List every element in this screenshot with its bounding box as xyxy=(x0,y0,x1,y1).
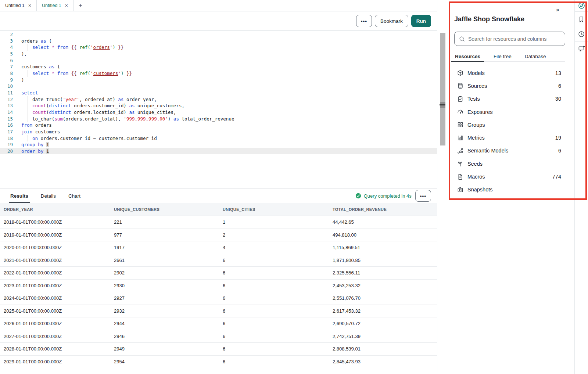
close-tab-icon[interactable]: × xyxy=(65,3,68,8)
ref-link[interactable]: orders xyxy=(93,44,110,50)
table-row[interactable]: 2019-01-01T00:00:00.000Z9772494,818.00 xyxy=(0,229,437,242)
code-text: select * from {{ ref('orders') }} xyxy=(21,44,123,51)
table-cell: 6 xyxy=(219,295,329,301)
table-cell: 2661 xyxy=(110,258,219,263)
metrics-icon xyxy=(457,135,463,141)
line-number: 6 xyxy=(0,57,15,64)
table-row[interactable]: 2023-01-01T00:00:00.000Z293062,453,253.3… xyxy=(0,280,437,292)
run-button[interactable]: Run xyxy=(411,15,431,27)
table-cell: 6 xyxy=(219,359,329,364)
resource-search[interactable] xyxy=(454,32,565,46)
resource-item-macros[interactable]: Macros774 xyxy=(457,170,561,183)
resource-item-seeds[interactable]: Seeds xyxy=(457,157,561,170)
table-row[interactable]: 2022-01-01T00:00:00.000Z290262,325,556.1… xyxy=(0,267,437,280)
code-line: 8select * from {{ ref('customers') }} xyxy=(0,70,437,77)
bookmark-icon[interactable] xyxy=(575,12,588,27)
seeds-icon xyxy=(457,161,463,167)
code-text: from orders xyxy=(21,122,52,129)
table-cell: 2954 xyxy=(110,359,219,364)
search-input[interactable] xyxy=(468,36,560,42)
column-header: ORDER_YEAR xyxy=(0,207,110,212)
line-number: 16 xyxy=(0,122,15,129)
results-tab-results[interactable]: Results xyxy=(10,189,28,203)
code-line: 15to_char(sum(orders.order_total), '999,… xyxy=(0,116,437,122)
resource-item-sources[interactable]: Sources6 xyxy=(457,79,561,92)
indent-guide xyxy=(21,109,32,116)
sidebar-tabs: ResourcesFile treeDatabase xyxy=(454,51,565,62)
resource-label: Models xyxy=(467,70,551,76)
resource-item-metrics[interactable]: Metrics19 xyxy=(457,131,561,144)
results-more-button[interactable]: ••• xyxy=(415,190,431,202)
code-line: 11select xyxy=(0,90,437,96)
collapse-sidebar-button[interactable]: » xyxy=(556,7,559,13)
line-number: 15 xyxy=(0,116,15,122)
table-cell: 6 xyxy=(219,346,329,352)
code-line: 14count(distinct orders.location_id) as … xyxy=(0,109,437,116)
table-cell: 2023-01-01T00:00:00.000Z xyxy=(0,283,110,288)
feedback-icon[interactable] xyxy=(575,42,588,56)
table-row[interactable]: 2021-01-01T00:00:00.000Z266161,871,800.8… xyxy=(0,254,437,267)
code-text: order by 1 xyxy=(21,148,49,155)
groups-icon xyxy=(457,122,463,128)
resource-item-models[interactable]: Models13 xyxy=(457,66,561,79)
table-row[interactable]: 2028-01-01T00:00:00.000Z294962,808,539.0… xyxy=(0,343,437,356)
resource-item-snapshots[interactable]: Snapshots xyxy=(457,183,561,196)
table-row[interactable]: 2018-01-01T00:00:00.000Z221144,442.65 xyxy=(0,216,437,229)
sidebar-tab-resources[interactable]: Resources xyxy=(454,51,481,61)
results-table: ORDER_YEARUNIQUE_CUSTOMERSUNIQUE_CITIEST… xyxy=(0,203,437,368)
line-number: 3 xyxy=(0,38,15,44)
resource-label: Exposures xyxy=(467,109,557,115)
close-tab-icon[interactable]: × xyxy=(28,3,31,8)
panel-resize-handle[interactable] xyxy=(440,33,445,145)
resource-item-tests[interactable]: Tests30 xyxy=(457,93,561,105)
editor-toolbar: ••• Bookmark Run xyxy=(0,11,437,31)
editor-tab-untitled-1-active[interactable]: Untitled 1 × xyxy=(37,0,74,11)
more-options-button[interactable]: ••• xyxy=(356,15,372,27)
table-row[interactable]: 2026-01-01T00:00:00.000Z294462,690,570.7… xyxy=(0,317,437,330)
table-row[interactable]: 2024-01-01T00:00:00.000Z292762,551,076.7… xyxy=(0,292,437,305)
line-number: 13 xyxy=(0,103,15,109)
table-cell: 221 xyxy=(110,219,219,225)
table-row[interactable]: 2025-01-01T00:00:00.000Z293262,617,453.3… xyxy=(0,305,437,318)
resource-item-semantic-models[interactable]: Semantic Models6 xyxy=(457,144,561,157)
ref-link[interactable]: customers xyxy=(93,71,118,76)
resource-item-exposures[interactable]: Exposures xyxy=(457,105,561,118)
table-row[interactable]: 2020-01-01T00:00:00.000Z191741,115,869.5… xyxy=(0,241,437,254)
table-cell: 6 xyxy=(219,258,329,263)
line-number: 10 xyxy=(0,83,15,90)
table-cell: 2,453,253.32 xyxy=(329,283,437,288)
code-text: select xyxy=(21,90,38,96)
sidebar-tab-database[interactable]: Database xyxy=(524,51,547,61)
table-cell: 2,845,473.93 xyxy=(329,359,437,364)
editor-tab-untitled-1[interactable]: Untitled 1 × xyxy=(0,0,37,11)
resource-item-groups[interactable]: Groups xyxy=(457,118,561,131)
line-number: 20 xyxy=(0,148,15,155)
sidebar-tab-file-tree[interactable]: File tree xyxy=(493,51,512,61)
new-tab-button[interactable]: + xyxy=(74,0,87,11)
table-cell: 494,818.00 xyxy=(329,232,437,238)
compass-icon[interactable] xyxy=(575,0,588,12)
table-cell: 2028-01-01T00:00:00.000Z xyxy=(0,346,110,352)
table-cell: 2949 xyxy=(110,346,219,352)
table-row[interactable]: 2029-01-01T00:00:00.000Z295462,845,473.9… xyxy=(0,356,437,368)
resource-count: 6 xyxy=(558,83,561,89)
column-header: UNIQUE_CITIES xyxy=(219,207,329,212)
code-line: 6 xyxy=(0,57,437,64)
table-cell: 2018-01-01T00:00:00.000Z xyxy=(0,219,110,225)
results-tab-chart[interactable]: Chart xyxy=(68,189,80,203)
code-text: ), xyxy=(21,51,27,57)
resource-label: Sources xyxy=(467,83,554,89)
bookmark-button[interactable]: Bookmark xyxy=(375,15,408,27)
tests-icon xyxy=(457,96,463,102)
table-cell: 2026-01-01T00:00:00.000Z xyxy=(0,321,110,326)
line-number: 19 xyxy=(0,141,15,148)
results-tab-details[interactable]: Details xyxy=(41,189,56,203)
history-icon[interactable] xyxy=(575,27,588,42)
code-editor[interactable]: 23orders as (4select * from {{ ref('orde… xyxy=(0,31,437,188)
line-number: 11 xyxy=(0,90,15,96)
code-line-current: 20order by 1 xyxy=(0,148,437,155)
table-row[interactable]: 2027-01-01T00:00:00.000Z294662,742,751.3… xyxy=(0,330,437,343)
table-cell: 2,808,539.01 xyxy=(329,346,437,352)
code-text: select * from {{ ref('customers') }} xyxy=(21,70,132,77)
right-icon-rail xyxy=(574,0,588,374)
